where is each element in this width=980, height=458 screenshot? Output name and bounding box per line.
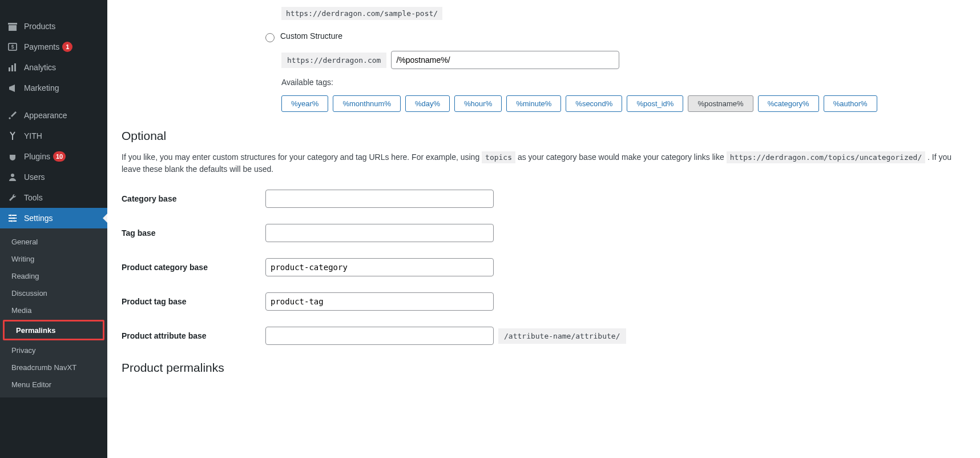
- megaphone-icon: [7, 82, 18, 94]
- sidebar-item-label: Appearance: [24, 111, 67, 120]
- optional-heading: Optional: [122, 129, 966, 143]
- custom-structure-row: Custom Structure: [265, 31, 966, 42]
- sidebar-item-settings[interactable]: Settings: [0, 208, 107, 228]
- sidebar-item-label: Users: [24, 172, 45, 182]
- sample-url-display: https://derdragon.com/sample-post/: [281, 7, 442, 20]
- sidebar-item-tools[interactable]: Tools: [0, 187, 107, 208]
- available-tags-label: Available tags:: [281, 78, 966, 87]
- submenu-item-discussion[interactable]: Discussion: [0, 284, 107, 302]
- submenu-item-general[interactable]: General: [0, 233, 107, 250]
- svg-rect-2: [9, 67, 10, 71]
- sidebar-item-label: Products: [24, 22, 55, 31]
- admin-sidebar: Products $ Payments 1 Analytics Marketin…: [0, 0, 107, 458]
- custom-structure-radio[interactable]: [265, 33, 275, 42]
- tag-year[interactable]: %year%: [281, 95, 328, 112]
- tags-row: %year% %monthnum% %day% %hour% %minute% …: [281, 95, 966, 112]
- sliders-icon: [7, 212, 18, 224]
- attribute-suffix: /attribute-name/attribute/: [498, 328, 626, 344]
- wrench-icon: [7, 192, 18, 203]
- sidebar-item-dashboard-partial[interactable]: [0, 0, 107, 16]
- permalinks-highlight: Permalinks: [3, 320, 104, 340]
- sidebar-item-label: Settings: [24, 214, 53, 223]
- brush-icon: [7, 110, 18, 121]
- sidebar-item-label: Plugins: [24, 152, 50, 161]
- tag-postname[interactable]: %postname%: [688, 95, 753, 112]
- sidebar-item-yith[interactable]: YITH: [0, 126, 107, 146]
- dashboard-icon: [7, 0, 18, 11]
- user-icon: [7, 171, 18, 183]
- tag-second[interactable]: %second%: [566, 95, 622, 112]
- tag-minute[interactable]: %minute%: [506, 95, 561, 112]
- settings-submenu: General Writing Reading Discussion Media…: [0, 228, 107, 397]
- svg-rect-4: [14, 63, 16, 71]
- main-content: https://derdragon.com/sample-post/ Custo…: [107, 0, 980, 458]
- tag-category[interactable]: %category%: [758, 95, 819, 112]
- product-tag-base-label: Product tag base: [122, 297, 265, 306]
- product-category-base-label: Product category base: [122, 263, 265, 272]
- tag-author[interactable]: %author%: [824, 95, 877, 112]
- submenu-item-privacy[interactable]: Privacy: [0, 342, 107, 359]
- sidebar-item-label: YITH: [24, 131, 42, 140]
- submenu-item-breadcrumb[interactable]: Breadcrumb NavXT: [0, 359, 107, 376]
- yith-icon: [7, 130, 18, 142]
- svg-point-7: [14, 218, 15, 219]
- submenu-item-writing[interactable]: Writing: [0, 250, 107, 267]
- sidebar-item-label: Tools: [24, 193, 43, 202]
- sidebar-item-payments[interactable]: $ Payments 1: [0, 37, 107, 57]
- plugins-badge: 10: [53, 151, 66, 162]
- category-base-input[interactable]: [265, 190, 494, 208]
- plug-icon: [7, 151, 18, 162]
- svg-text:$: $: [11, 44, 14, 50]
- tag-post-id[interactable]: %post_id%: [627, 95, 683, 112]
- submenu-item-permalinks[interactable]: Permalinks: [5, 322, 103, 339]
- custom-structure-input[interactable]: [391, 51, 619, 69]
- desc-code-1: topics: [482, 151, 515, 163]
- product-attribute-base-input[interactable]: [265, 327, 494, 345]
- submenu-item-menu-editor[interactable]: Menu Editor: [0, 376, 107, 393]
- sidebar-item-users[interactable]: Users: [0, 167, 107, 187]
- sidebar-item-label: Analytics: [24, 63, 56, 72]
- product-category-base-input[interactable]: [265, 258, 494, 276]
- desc-text-1: If you like, you may enter custom struct…: [122, 152, 482, 162]
- sidebar-item-plugins[interactable]: Plugins 10: [0, 146, 107, 167]
- archive-icon: [7, 21, 18, 32]
- product-attribute-base-label: Product attribute base: [122, 331, 265, 340]
- sidebar-item-marketing[interactable]: Marketing: [0, 78, 107, 98]
- category-base-row: Category base: [122, 190, 966, 208]
- url-prefix: https://derdragon.com: [281, 53, 386, 68]
- submenu-item-media[interactable]: Media: [0, 302, 107, 319]
- sidebar-item-analytics[interactable]: Analytics: [0, 57, 107, 78]
- dollar-icon: $: [7, 41, 18, 53]
- custom-structure-label: Custom Structure: [280, 31, 342, 41]
- tag-day[interactable]: %day%: [405, 95, 450, 112]
- product-attribute-base-row: Product attribute base /attribute-name/a…: [122, 327, 966, 345]
- sidebar-separator: [0, 98, 107, 105]
- sidebar-item-label: Payments: [24, 42, 59, 51]
- svg-point-5: [11, 174, 14, 177]
- custom-structure-input-row: https://derdragon.com: [281, 51, 966, 69]
- tag-base-input[interactable]: [265, 224, 494, 242]
- submenu-item-reading[interactable]: Reading: [0, 267, 107, 284]
- chart-icon: [7, 62, 18, 73]
- tag-hour[interactable]: %hour%: [454, 95, 502, 112]
- svg-point-6: [10, 215, 12, 216]
- payments-badge: 1: [62, 42, 72, 52]
- desc-code-2: https://derdragon.com/topics/uncategoriz…: [727, 151, 926, 163]
- product-tag-base-input[interactable]: [265, 292, 494, 311]
- svg-point-8: [11, 220, 13, 222]
- product-tag-base-row: Product tag base: [122, 292, 966, 311]
- product-category-base-row: Product category base: [122, 258, 966, 276]
- svg-rect-3: [11, 65, 13, 71]
- desc-text-2: as your category base would make your ca…: [518, 152, 727, 162]
- tag-base-label: Tag base: [122, 228, 265, 238]
- product-permalinks-heading: Product permalinks: [122, 361, 966, 375]
- sidebar-item-label: Marketing: [24, 83, 59, 93]
- sidebar-item-products[interactable]: Products: [0, 16, 107, 37]
- category-base-label: Category base: [122, 194, 265, 203]
- optional-description: If you like, you may enter custom struct…: [122, 151, 966, 175]
- tag-monthnum[interactable]: %monthnum%: [333, 95, 401, 112]
- sidebar-item-appearance[interactable]: Appearance: [0, 105, 107, 126]
- tag-base-row: Tag base: [122, 224, 966, 242]
